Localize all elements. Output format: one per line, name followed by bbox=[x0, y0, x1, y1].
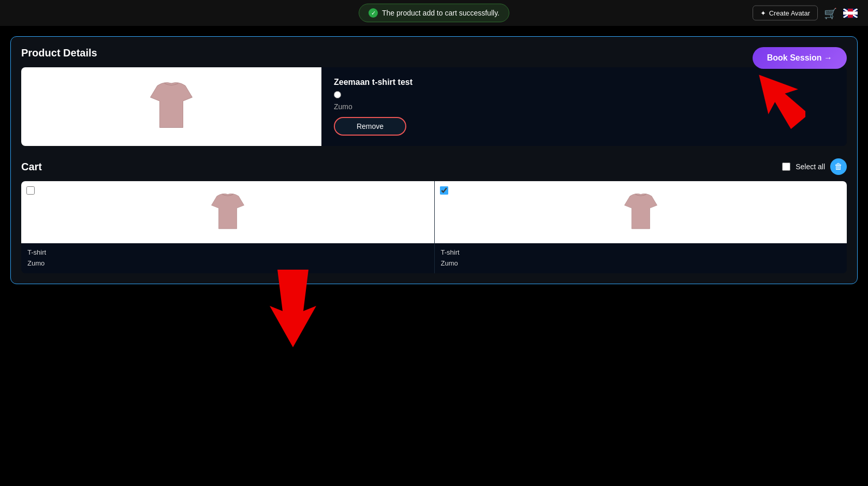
main-container: Book Session → Product Details Zeemaan t… bbox=[0, 28, 868, 292]
main-panel: Book Session → Product Details Zeemaan t… bbox=[10, 36, 858, 284]
cart-section: Cart Select all 🗑 bbox=[21, 158, 847, 273]
cart-item-1-info: T-shirt Zumo bbox=[21, 243, 434, 273]
cart-item-2-checkbox[interactable] bbox=[440, 186, 448, 195]
product-radio[interactable] bbox=[334, 91, 341, 98]
book-session-button[interactable]: Book Session → bbox=[753, 47, 847, 69]
cart-item-2-type: T-shirt bbox=[441, 247, 841, 258]
success-icon: ✓ bbox=[369, 8, 378, 18]
product-info: Zeemaan t-shirt test Zumo Remove bbox=[321, 67, 425, 146]
arrow-cart-item bbox=[259, 264, 327, 349]
language-flag[interactable] bbox=[843, 8, 858, 18]
cart-item-1-checkbox[interactable] bbox=[26, 186, 35, 195]
cart-item-2-image bbox=[435, 181, 847, 243]
cart-tshirt-1 bbox=[210, 190, 246, 234]
product-brand: Zumo bbox=[334, 102, 413, 111]
cart-tshirt-2 bbox=[623, 190, 659, 234]
cart-item-2-info: T-shirt Zumo bbox=[435, 243, 847, 273]
select-all-checkbox[interactable] bbox=[782, 163, 790, 171]
product-image-area bbox=[21, 67, 321, 146]
create-avatar-button[interactable]: ✦ Create Avatar bbox=[753, 6, 818, 21]
cart-button[interactable]: 🛒 bbox=[824, 7, 837, 19]
select-all-label: Select all bbox=[796, 163, 825, 171]
product-card: Zeemaan t-shirt test Zumo Remove bbox=[21, 67, 847, 146]
cart-title: Cart bbox=[21, 161, 42, 173]
cart-item-2: T-shirt Zumo bbox=[434, 181, 847, 273]
topbar: ✓ The product add to cart successfully. … bbox=[0, 0, 868, 26]
create-avatar-label: Create Avatar bbox=[769, 9, 810, 17]
product-tshirt-image bbox=[148, 78, 195, 135]
avatar-icon: ✦ bbox=[760, 9, 766, 17]
cart-item-1-type: T-shirt bbox=[27, 247, 428, 258]
cart-item-1-brand: Zumo bbox=[27, 258, 428, 269]
topbar-right: ✦ Create Avatar 🛒 bbox=[753, 6, 858, 21]
product-details-title: Product Details bbox=[21, 47, 847, 59]
cart-item-1-image bbox=[21, 181, 434, 243]
cart-header-right: Select all 🗑 bbox=[782, 158, 847, 175]
success-toast: ✓ The product add to cart successfully. bbox=[359, 4, 509, 22]
cart-grid: T-shirt Zumo T-shirt Zu bbox=[21, 181, 847, 273]
toast-message: The product add to cart successfully. bbox=[382, 9, 499, 17]
cart-item-1: T-shirt Zumo bbox=[21, 181, 434, 273]
remove-button[interactable]: Remove bbox=[334, 117, 406, 136]
product-name: Zeemaan t-shirt test bbox=[334, 78, 413, 87]
svg-marker-1 bbox=[270, 270, 316, 347]
cart-item-2-brand: Zumo bbox=[441, 258, 841, 269]
cart-header: Cart Select all 🗑 bbox=[21, 158, 847, 175]
delete-selected-button[interactable]: 🗑 bbox=[830, 158, 847, 175]
product-details-section: Product Details Zeemaan t-shirt test Zum… bbox=[21, 47, 847, 146]
